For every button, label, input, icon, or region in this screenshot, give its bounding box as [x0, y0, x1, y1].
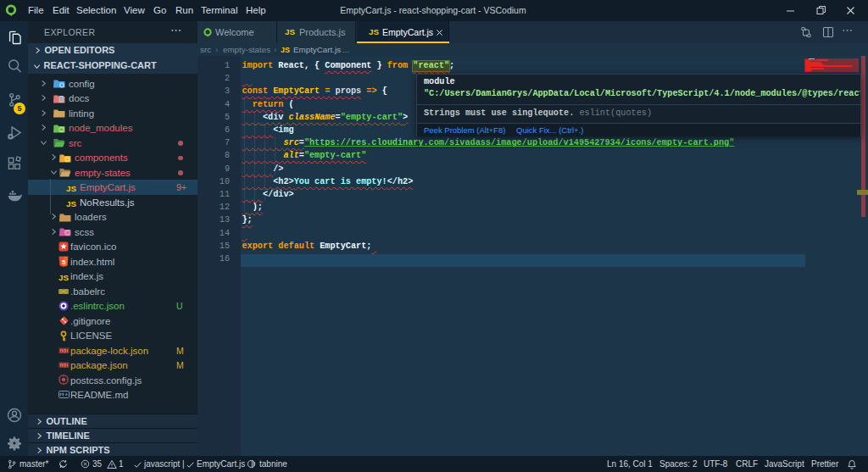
svg-text:5: 5	[62, 258, 66, 266]
